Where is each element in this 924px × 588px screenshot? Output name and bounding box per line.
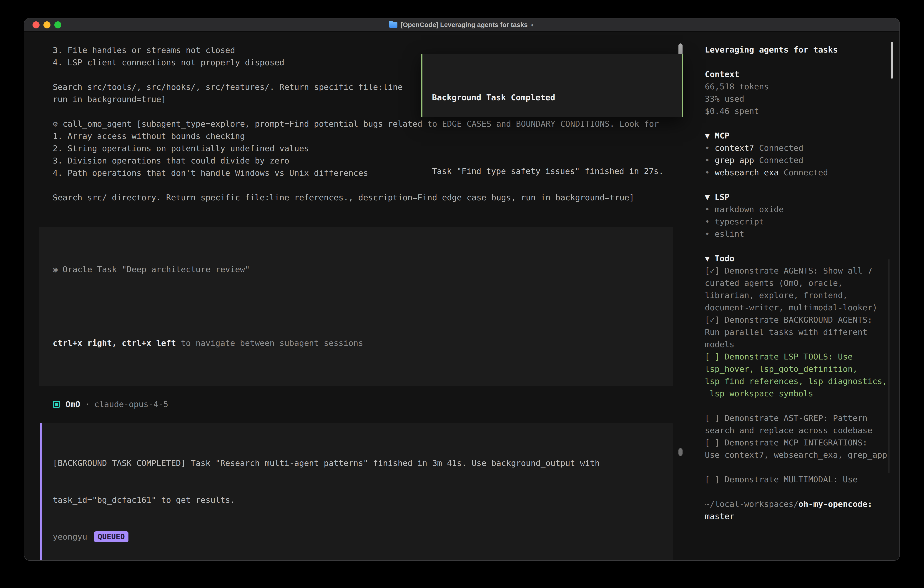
main-scrollbar-thumb-lower[interactable] (678, 448, 683, 456)
record-dot-icon: ◉ (53, 265, 63, 274)
oracle-hint-row: ctrl+x right, ctrl+x left to navigate be… (53, 337, 673, 349)
agent-icon-inner (55, 403, 58, 406)
bullet-icon: • (705, 205, 710, 214)
sidebar-scrollbar-thumb[interactable] (891, 42, 893, 79)
lsp-item: • markdown-oxide (705, 203, 893, 216)
lsp-heading[interactable]: ▼ LSP (705, 191, 893, 203)
mcp-status: Connected (754, 155, 804, 165)
sidebar: Leveraging agents for tasks Context 66,5… (696, 31, 899, 561)
mcp-item: • websearch_exa Connected (705, 167, 893, 179)
terminal-window: [OpenCode] Leveraging agents for tasks ◐… (24, 18, 900, 561)
bullet-icon: • (705, 155, 710, 165)
oracle-task-title: Oracle Task "Deep architecture review" (63, 265, 250, 274)
bullet-icon: • (705, 168, 710, 177)
keybinding-hint: ctrl+x right, ctrl+x left (53, 339, 176, 348)
message-line: task_id="bg_dcfac161" to get results. (53, 494, 673, 506)
busy-indicator-icon: ◐ (531, 21, 535, 28)
todo-item: [✓] Demonstrate BACKGROUND AGENTS: Run p… (705, 314, 893, 351)
mcp-heading[interactable]: ▼ MCP (705, 130, 893, 142)
mcp-heading-label: MCP (714, 131, 729, 140)
separator-dot: · (85, 398, 90, 410)
agent-name: OmO (66, 398, 80, 410)
lsp-section: ▼ LSP • markdown-oxide • typescript • es… (705, 191, 893, 240)
lsp-item: • typescript (705, 216, 893, 228)
todo-heading-label: Todo (714, 254, 734, 263)
chevron-down-icon: ▼ (705, 192, 714, 202)
context-tokens: 66,518 tokens (705, 81, 893, 93)
message-author: yeongyu (53, 531, 87, 543)
mcp-name: context7 (714, 143, 754, 153)
todo-item: [ ] Demonstrate LSP TOOLS: Use lsp_hover… (705, 351, 893, 400)
oracle-title-row: ◉ Oracle Task "Deep architecture review" (53, 263, 673, 276)
mcp-name: grep_app (714, 155, 754, 165)
context-section: Context 66,518 tokens 33% used $0.46 spe… (705, 68, 893, 117)
status-badge: QUEUED (94, 531, 129, 542)
toast-body: Task "Find type safety issues" finished … (432, 165, 681, 177)
mcp-status: Connected (754, 143, 804, 153)
agent-icon (53, 401, 60, 408)
agent-header: OmO · claude-opus-4-5 (24, 398, 696, 410)
oracle-blank-row (53, 300, 673, 312)
agent-model: claude-opus-4-5 (94, 398, 168, 410)
workspace-path: ~/local-workspaces/oh-my-opencode: maste… (705, 498, 891, 522)
conversation-pane: 3. File handles or streams not closed 4.… (24, 31, 696, 561)
path-repo: oh-my-opencode: (799, 499, 872, 509)
mcp-section: ▼ MCP • context7 Connected • grep_app Co… (705, 130, 893, 179)
lsp-name: eslint (714, 229, 744, 238)
todo-item: [ ] Demonstrate MULTIMODAL: Use (705, 473, 893, 486)
gear-icon: ⚙ (53, 119, 58, 129)
lsp-heading-label: LSP (714, 192, 729, 202)
bullet-icon: • (705, 143, 710, 153)
mcp-status: Connected (779, 168, 828, 177)
chevron-down-icon: ▼ (705, 254, 714, 263)
folder-icon (389, 22, 398, 28)
todo-item: [ ] Demonstrate AST-GREP: Pattern search… (705, 412, 893, 436)
session-title: Leveraging agents for tasks (705, 44, 893, 56)
context-spent: $0.46 spent (705, 105, 893, 117)
todo-heading[interactable]: ▼ Todo (705, 253, 893, 265)
window-title-text: [OpenCode] Leveraging agents for tasks (401, 21, 528, 29)
path-branch: master (705, 512, 734, 521)
mcp-item: • context7 Connected (705, 142, 893, 154)
mcp-item: • grep_app Connected (705, 154, 893, 167)
bullet-icon: • (705, 229, 710, 238)
path-prefix: ~/local-workspaces/ (705, 499, 799, 509)
keybinding-hint-label: to navigate between subagent sessions (176, 339, 363, 348)
window-title: [OpenCode] Leveraging agents for tasks ◐ (24, 21, 899, 29)
context-heading: Context (705, 68, 893, 81)
context-used: 33% used (705, 93, 893, 105)
toast-title: Background Task Completed (432, 91, 681, 104)
message-line: [BACKGROUND TASK COMPLETED] Task "Resear… (53, 457, 673, 469)
mcp-name: websearch_exa (714, 168, 779, 177)
todo-item: [ ] Demonstrate MCP INTEGRATIONS: Use co… (705, 436, 893, 461)
background-task-message: [BACKGROUND TASK COMPLETED] Task "Resear… (40, 423, 673, 561)
sidebar-scrollbar-track[interactable] (889, 259, 889, 473)
titlebar[interactable]: [OpenCode] Leveraging agents for tasks ◐ (24, 18, 899, 31)
bullet-icon: • (705, 217, 710, 226)
lsp-item: • eslint (705, 228, 893, 240)
toast-notification: Background Task Completed Task "Find typ… (421, 54, 683, 117)
lsp-name: markdown-oxide (714, 205, 784, 214)
toast-blank-row (432, 128, 681, 140)
lsp-name: typescript (714, 217, 764, 226)
todo-section: ▼ Todo [✓] Demonstrate AGENTS: Show all … (705, 253, 893, 486)
oracle-task-box: ◉ Oracle Task "Deep architecture review"… (39, 227, 673, 386)
message-meta: yeongyu QUEUED (53, 531, 673, 543)
chevron-down-icon: ▼ (705, 131, 714, 140)
todo-item: [✓] Demonstrate AGENTS: Show all 7 curat… (705, 265, 893, 314)
